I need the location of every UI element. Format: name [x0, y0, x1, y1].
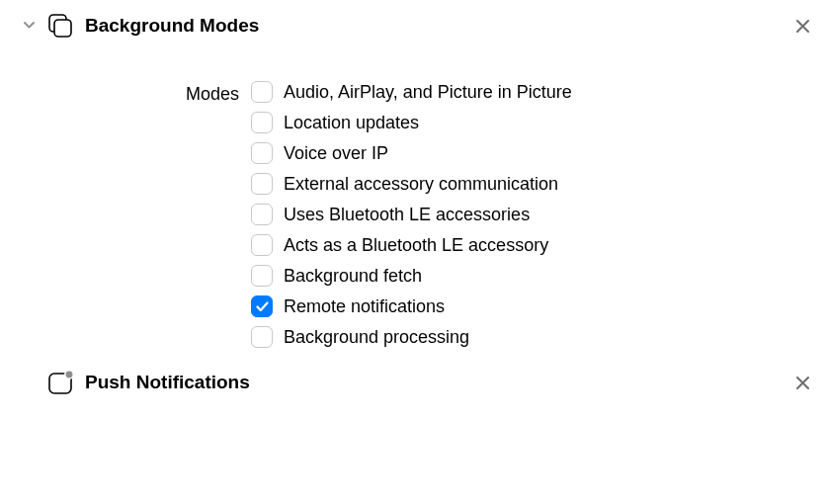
modes-checkbox-list: Audio, AirPlay, and Picture in PictureLo…: [251, 80, 572, 349]
mode-checkbox[interactable]: [251, 234, 273, 256]
mode-checkbox[interactable]: [251, 204, 273, 225]
mode-option-label: Acts as a Bluetooth LE accessory: [284, 233, 548, 257]
mode-option-label: Background processing: [284, 325, 469, 349]
mode-option-label: Remote notifications: [284, 294, 445, 318]
svg-rect-1: [54, 20, 71, 37]
capability-title: Background Modes: [85, 12, 783, 40]
mode-option: Acts as a Bluetooth LE accessory: [251, 233, 572, 257]
mode-checkbox[interactable]: [251, 81, 273, 103]
modes-field: Modes Audio, AirPlay, and Picture in Pic…: [0, 42, 828, 349]
mode-option: Location updates: [251, 111, 572, 134]
close-icon[interactable]: [792, 373, 812, 392]
mode-option: External accessory communication: [251, 172, 572, 196]
mode-option: Background processing: [251, 325, 572, 349]
mode-option-label: External accessory communication: [284, 172, 558, 196]
mode-checkbox[interactable]: [251, 173, 273, 195]
modes-label: Modes: [0, 80, 251, 108]
mode-option: Remote notifications: [251, 294, 572, 318]
chevron-down-icon[interactable]: [22, 18, 36, 32]
capability-title: Push Notifications: [85, 369, 783, 396]
mode-checkbox[interactable]: [251, 112, 273, 133]
mode-checkbox[interactable]: [251, 265, 273, 287]
capability-section-background-modes: Background Modes: [0, 0, 828, 42]
mode-option: Voice over IP: [251, 141, 572, 165]
mode-option-label: Location updates: [284, 111, 419, 134]
close-icon[interactable]: [792, 16, 812, 36]
capability-section-push-notifications: Push Notifications: [0, 349, 828, 407]
mode-option-label: Background fetch: [284, 264, 422, 288]
mode-option: Uses Bluetooth LE accessories: [251, 203, 572, 226]
mode-checkbox[interactable]: [251, 326, 273, 348]
push-notifications-icon: [45, 368, 75, 397]
mode-option-label: Uses Bluetooth LE accessories: [284, 203, 530, 226]
mode-option-label: Voice over IP: [284, 141, 388, 165]
background-modes-icon: [45, 11, 75, 41]
mode-option: Audio, AirPlay, and Picture in Picture: [251, 80, 572, 104]
mode-option-label: Audio, AirPlay, and Picture in Picture: [284, 80, 572, 104]
mode-option: Background fetch: [251, 264, 572, 288]
svg-point-3: [65, 371, 73, 378]
mode-checkbox[interactable]: [251, 142, 273, 164]
mode-checkbox[interactable]: [251, 295, 273, 317]
